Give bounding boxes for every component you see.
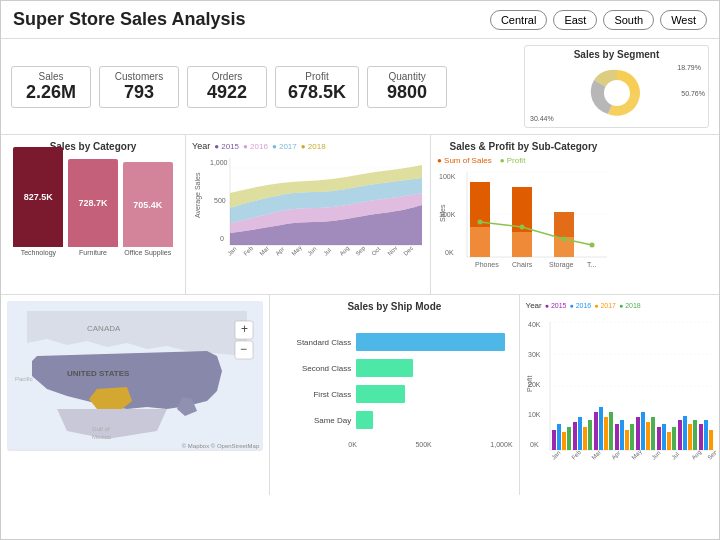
svg-rect-83	[704, 420, 708, 450]
kpi-customers-label: Customers	[112, 71, 166, 82]
area-chart-year-label: Year	[192, 141, 210, 151]
dashboard: Super Store Sales Analysis Central East …	[0, 0, 720, 540]
map-chart[interactable]: Pacific Gulf of Mexico CANADA UNITED STA…	[7, 301, 263, 451]
svg-rect-58	[573, 422, 577, 450]
area-legend-2015: ● 2015	[214, 142, 239, 151]
svg-rect-60	[583, 427, 587, 450]
svg-text:Apr: Apr	[610, 450, 621, 461]
area-legend-2017: ● 2017	[272, 142, 297, 151]
svg-text:Jun: Jun	[306, 246, 317, 257]
region-east-btn[interactable]: East	[553, 10, 597, 30]
svg-rect-71	[641, 412, 645, 450]
kpi-customers-value: 793	[112, 82, 166, 103]
svg-text:Chairs: Chairs	[512, 261, 533, 268]
profit-dot-chairs	[520, 225, 525, 230]
svg-text:Mar: Mar	[590, 449, 602, 461]
kpi-orders-label: Orders	[200, 71, 254, 82]
svg-text:Feb: Feb	[242, 245, 254, 257]
region-south-btn[interactable]: South	[603, 10, 654, 30]
kpi-sales-value: 2.26M	[24, 82, 78, 103]
svg-rect-67	[620, 420, 624, 450]
shipmode-bar-second	[356, 359, 413, 377]
svg-text:Feb: Feb	[570, 449, 582, 461]
svg-text:Dec: Dec	[402, 245, 414, 257]
category-bar-chart: 827.5K Technology 728.7K Furniture 705.4…	[7, 156, 179, 256]
profit-time-panel: Year ● 2015 ● 2016 ● 2017 ● 2018 40K 30K…	[520, 295, 719, 495]
shipmode-label-second: Second Class	[284, 364, 356, 373]
kpi-sales: Sales 2.26M	[11, 66, 91, 108]
shipmode-label-sameday: Same Day	[284, 416, 356, 425]
kpi-profit: Profit 678.5K	[275, 66, 359, 108]
region-west-btn[interactable]: West	[660, 10, 707, 30]
shipmode-label-first: First Class	[284, 390, 356, 399]
kpi-customers: Customers 793	[99, 66, 179, 108]
svg-text:Pacific: Pacific	[15, 376, 33, 382]
svg-rect-73	[651, 417, 655, 450]
charts-row-1: Sales by Category 827.5K Technology 728.…	[1, 135, 719, 295]
page-title: Super Store Sales Analysis	[13, 9, 490, 30]
shipmode-x-0: 0K	[348, 441, 357, 448]
subcategory-legend-sales: ● Sum of Sales	[437, 156, 492, 165]
profit-legend-2015: ● 2015	[545, 302, 567, 309]
svg-text:100K: 100K	[439, 173, 456, 180]
svg-rect-68	[625, 430, 629, 450]
svg-text:Storage: Storage	[549, 261, 574, 269]
svg-text:Sep: Sep	[354, 244, 366, 256]
segment-donut-panel: Sales by Segment 18.79% 50.76% 30.44%	[524, 45, 709, 128]
svg-text:Aug: Aug	[338, 245, 350, 257]
profit-legend-2016: ● 2016	[569, 302, 591, 309]
segment-pct-corporate: 30.44%	[530, 115, 554, 122]
shipmode-bar-first	[356, 385, 405, 403]
svg-text:Mar: Mar	[258, 245, 270, 257]
bar-phones-profit	[470, 227, 490, 257]
profit-time-svg: 40K 30K 20K 10K 0K	[526, 312, 716, 472]
svg-text:30K: 30K	[528, 351, 541, 358]
region-central-btn[interactable]: Central	[490, 10, 547, 30]
area-legend-2018: ● 2018	[301, 142, 326, 151]
svg-point-0	[604, 80, 630, 106]
map-svg: Pacific Gulf of Mexico CANADA UNITED STA…	[7, 301, 263, 449]
shipmode-label-standard: Standard Class	[284, 338, 356, 347]
kpi-row: Sales 2.26M Customers 793 Orders 4922 Pr…	[1, 39, 719, 135]
segment-pct-consumer: 18.79%	[677, 64, 701, 71]
shipmode-chart-title: Sales by Ship Mode	[276, 301, 512, 312]
svg-text:0K: 0K	[530, 441, 539, 448]
bar-chairs-profit	[512, 232, 532, 257]
svg-text:Phones: Phones	[475, 261, 499, 268]
svg-text:10K: 10K	[528, 411, 541, 418]
svg-rect-69	[630, 424, 634, 450]
svg-rect-76	[667, 432, 671, 450]
svg-rect-78	[678, 420, 682, 450]
svg-text:Jun: Jun	[650, 450, 661, 461]
area-legend-2016: ● 2016	[243, 142, 268, 151]
subcategory-legend-profit: ● Profit	[500, 156, 526, 165]
profit-legend-2018: ● 2018	[619, 302, 641, 309]
svg-text:+: +	[241, 322, 248, 336]
svg-text:Mexico: Mexico	[92, 434, 112, 440]
svg-text:Apr: Apr	[274, 246, 285, 257]
area-chart-svg: 1,000 500 0 Jan Fe	[192, 153, 425, 278]
area-chart-panel: Year ● 2015 ● 2016 ● 2017 ● 2018 1,000 5…	[186, 135, 431, 294]
svg-text:May: May	[630, 448, 642, 460]
svg-rect-77	[672, 427, 676, 450]
kpi-sales-label: Sales	[24, 71, 78, 82]
shipmode-x-1000k: 1,000K	[490, 441, 512, 448]
segment-donut-chart	[582, 62, 652, 124]
bar-technology-label: Technology	[21, 249, 56, 256]
svg-rect-70	[636, 417, 640, 450]
kpi-quantity-value: 9800	[380, 82, 434, 103]
svg-text:40K: 40K	[528, 321, 541, 328]
shipmode-row-standard: Standard Class	[284, 333, 504, 351]
svg-text:Jan: Jan	[226, 246, 237, 257]
region-filter-group: Central East South West	[490, 10, 707, 30]
subcategory-chart-svg: 100K 100K 0K	[437, 167, 610, 282]
svg-text:T...: T...	[587, 261, 596, 268]
svg-rect-61	[588, 420, 592, 450]
shipmode-bar-standard	[356, 333, 504, 351]
kpi-orders-value: 4922	[200, 82, 254, 103]
bar-officesupplies: 705.4K Office Supplies	[120, 162, 175, 256]
svg-text:May: May	[290, 244, 302, 256]
svg-rect-62	[594, 412, 598, 450]
subcategory-chart-title: Sales & Profit by Sub-Category	[437, 141, 610, 152]
shipmode-row-first: First Class	[284, 385, 504, 403]
